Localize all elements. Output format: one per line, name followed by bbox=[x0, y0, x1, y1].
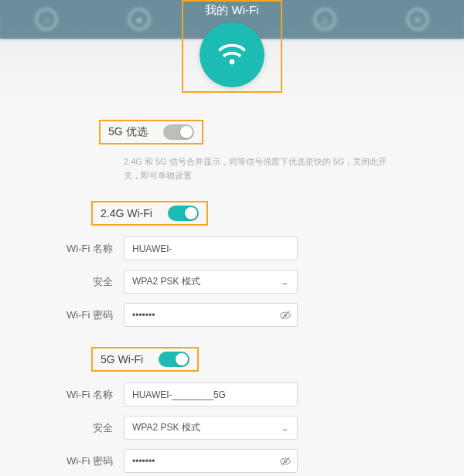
nav-item[interactable]: ● bbox=[128, 8, 150, 30]
chevron-down-icon: ⌄ bbox=[281, 422, 289, 434]
wifi5g-security-select[interactable]: WPA2 PSK 模式 ⌄ bbox=[124, 416, 298, 440]
header: ⌂ ● △ ≡ 我的 Wi-Fi bbox=[0, 0, 464, 108]
wifi24-security-value: WPA2 PSK 模式 bbox=[132, 275, 200, 288]
wifi24-security-label: 安全 bbox=[23, 275, 124, 289]
page-title: 我的 Wi-Fi bbox=[200, 3, 264, 18]
wifi-header-block: 我的 Wi-Fi bbox=[200, 3, 264, 87]
wifi5g-password-label: Wi-Fi 密码 bbox=[23, 454, 124, 468]
wifi24-security-select[interactable]: WPA2 PSK 模式 ⌄ bbox=[124, 270, 298, 294]
eye-slash-icon[interactable] bbox=[279, 455, 292, 468]
device-icon: △ bbox=[314, 8, 336, 30]
wifi24-toggle[interactable] bbox=[168, 206, 199, 221]
wifi24-password-label: Wi-Fi 密码 bbox=[23, 308, 124, 322]
prefer-5g-label: 5G 优选 bbox=[108, 125, 155, 139]
chevron-down-icon: ⌄ bbox=[281, 276, 289, 287]
wifi24-password-input[interactable] bbox=[124, 303, 298, 327]
svg-point-0 bbox=[230, 60, 235, 65]
wifi24-name-input[interactable] bbox=[124, 236, 298, 260]
globe-icon: ● bbox=[128, 8, 150, 30]
annotation-highlight: 5G Wi-Fi bbox=[91, 347, 199, 372]
wifi5g-name-label: Wi-Fi 名称 bbox=[23, 388, 124, 402]
main-content: 5G 优选 2.4G 和 5G 信号合并显示，同等信号强度下优选更快的 5G，关… bbox=[0, 108, 464, 473]
wifi5g-security-label: 安全 bbox=[23, 421, 124, 435]
wifi-icon-circle bbox=[200, 22, 264, 87]
home-icon: ⌂ bbox=[36, 8, 57, 30]
nav-item[interactable]: △ bbox=[314, 8, 336, 30]
annotation-highlight: 2.4G Wi-Fi bbox=[91, 201, 208, 226]
wifi-icon bbox=[215, 38, 249, 72]
wifi24-name-label: Wi-Fi 名称 bbox=[23, 242, 124, 256]
wifi5g-toggle[interactable] bbox=[159, 352, 189, 367]
nav-item[interactable]: ≡ bbox=[407, 8, 428, 30]
nav-item[interactable]: ⌂ bbox=[36, 8, 57, 30]
wifi5g-security-value: WPA2 PSK 模式 bbox=[132, 421, 200, 434]
prefer-5g-toggle[interactable] bbox=[163, 124, 194, 140]
wifi5g-name-input[interactable] bbox=[124, 382, 298, 406]
wifi5g-section-label: 5G Wi-Fi bbox=[101, 353, 151, 366]
wifi24-section-label: 2.4G Wi-Fi bbox=[101, 207, 160, 219]
wifi5g-password-input[interactable] bbox=[124, 449, 298, 473]
annotation-highlight: 5G 优选 bbox=[99, 120, 203, 144]
prefer-5g-hint: 2.4G 和 5G 信号合并显示，同等信号强度下优选更快的 5G，关闭此开关，即… bbox=[124, 155, 394, 182]
eye-slash-icon[interactable] bbox=[279, 309, 292, 321]
menu-icon: ≡ bbox=[407, 8, 428, 30]
